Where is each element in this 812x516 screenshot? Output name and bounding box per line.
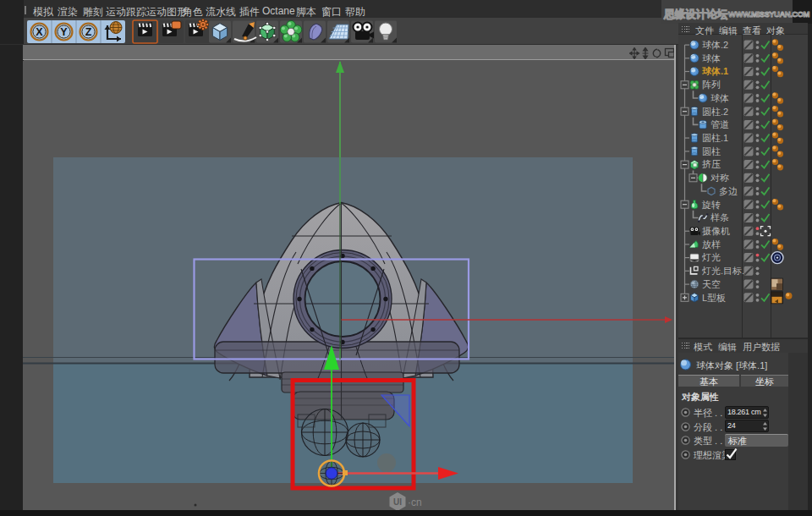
- svg-text:对称: 对称: [710, 173, 729, 183]
- svg-text:圆柱.1: 圆柱.1: [702, 133, 728, 143]
- svg-text:阵列: 阵列: [702, 80, 721, 90]
- svg-text:·cn: ·cn: [408, 497, 422, 508]
- svg-text:L型板: L型板: [702, 293, 726, 303]
- svg-text:球体.1: 球体.1: [701, 66, 728, 76]
- svg-text:天空: 天空: [702, 279, 721, 289]
- svg-text:放样: 放样: [702, 239, 721, 250]
- svg-text:圆柱: 圆柱: [702, 146, 721, 156]
- svg-text:摄像机: 摄像机: [702, 226, 730, 236]
- svg-text:挤压: 挤压: [701, 159, 721, 169]
- svg-text:Y: Y: [60, 26, 68, 38]
- svg-text:管道: 管道: [710, 119, 729, 129]
- svg-text:球体: 球体: [710, 93, 729, 103]
- svg-text:样条: 样条: [710, 212, 729, 222]
- svg-text:灯光.目标.1: 灯光.目标.1: [701, 266, 749, 276]
- svg-text:球体: 球体: [702, 53, 721, 63]
- svg-text:圆柱.2: 圆柱.2: [702, 107, 728, 117]
- svg-text:旋转: 旋转: [701, 200, 721, 210]
- svg-text:X: X: [36, 26, 43, 38]
- svg-text:多边: 多边: [719, 186, 738, 196]
- svg-text:Z: Z: [85, 26, 92, 38]
- svg-text:灯光: 灯光: [701, 252, 721, 262]
- svg-text:UI: UI: [393, 497, 402, 507]
- svg-text:球体.2: 球体.2: [702, 40, 728, 50]
